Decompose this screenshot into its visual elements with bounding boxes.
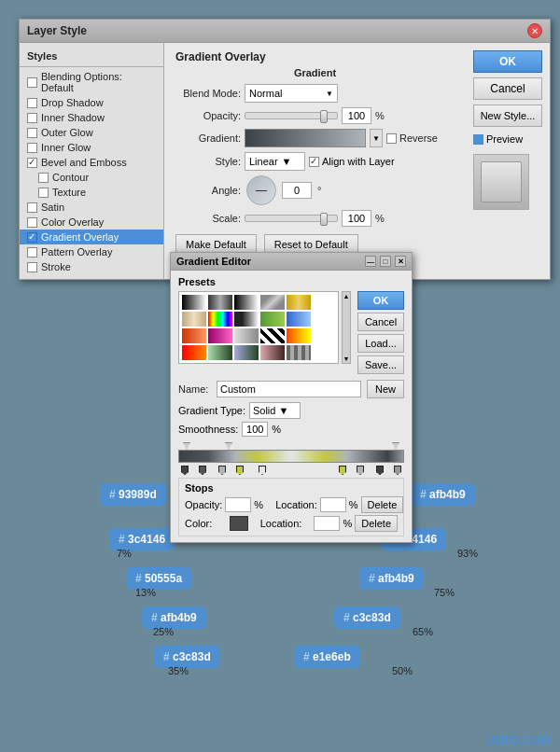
opacity-delete-button[interactable]: Delete [361,496,404,513]
location-input[interactable] [320,497,346,512]
close-button[interactable]: ✕ [527,23,542,38]
color-overlay-checkbox[interactable] [27,217,37,228]
ge-smooth-input[interactable] [242,422,268,437]
style-item-color-overlay[interactable]: Color Overlay [20,215,163,230]
preset-swatch[interactable] [208,328,232,343]
scroll-up-icon[interactable]: ▲ [343,293,350,299]
preset-swatch[interactable] [182,345,206,360]
color-stop-marker[interactable] [394,466,401,475]
ge-type-dropdown[interactable]: Solid ▼ [249,402,301,419]
color-stop-marker[interactable] [357,466,364,475]
contour-checkbox[interactable] [38,173,49,183]
scroll-down-icon[interactable]: ▼ [343,355,350,362]
color-stop-marker[interactable] [376,466,384,475]
blend-mode-dropdown[interactable]: Normal ▼ [245,84,338,103]
outer-glow-checkbox[interactable] [27,128,37,138]
align-with-layer-checkbox[interactable] [309,157,319,167]
color-bubble-afb4b9-75: # afb4b9 [359,567,424,590]
reverse-checkbox[interactable] [386,133,397,144]
style-item-gradient-overlay[interactable]: Gradient Overlay [20,230,163,244]
style-item-blending[interactable]: Blending Options: Default [20,69,163,95]
color-delete-button[interactable]: Delete [355,515,398,532]
opacity-stop-marker[interactable] [392,442,399,450]
drop-shadow-checkbox[interactable] [27,98,37,108]
preset-swatch[interactable] [260,295,285,310]
preset-swatch[interactable] [182,295,206,310]
preview-checkbox[interactable] [473,134,483,145]
angle-dial[interactable] [246,175,276,205]
blending-checkbox[interactable] [27,77,37,88]
preset-swatch[interactable] [182,328,206,343]
gradient-dropdown-btn[interactable]: ▼ [370,129,383,147]
opacity-stop-marker[interactable] [225,442,232,450]
scale-slider[interactable] [245,215,338,222]
scale-row: Scale: % [175,210,455,227]
color-location-input[interactable] [314,516,340,531]
cancel-button[interactable]: Cancel [473,77,542,100]
ge-presets-grid[interactable] [178,291,339,364]
style-item-inner-glow[interactable]: Inner Glow [20,140,163,155]
style-item-contour[interactable]: Contour [20,170,163,185]
preset-swatch[interactable] [208,312,232,327]
color-stop-marker[interactable] [181,466,189,475]
opacity-stop-input[interactable] [225,497,251,512]
satin-checkbox[interactable] [27,202,37,213]
preset-swatch[interactable] [234,312,259,327]
style-item-inner-shadow[interactable]: Inner Shadow [20,110,163,125]
style-item-texture[interactable]: Texture [20,185,163,200]
stroke-checkbox[interactable] [27,262,37,272]
color-stop-marker[interactable] [236,466,244,475]
ge-new-button[interactable]: New [367,380,404,398]
color-stop-marker[interactable] [199,466,206,475]
style-dropdown-arrow-icon: ▼ [282,156,292,167]
preset-swatch[interactable] [208,345,232,360]
preset-swatch[interactable] [287,312,311,327]
ge-minimize-icon[interactable]: — [365,256,376,267]
ge-presets-scrollbar[interactable]: ▲ ▼ [342,291,351,364]
preset-swatch[interactable] [287,295,311,310]
opacity-input[interactable] [342,107,371,124]
color-stop-marker[interactable] [339,466,346,475]
inner-shadow-checkbox[interactable] [27,113,37,123]
ge-load-button[interactable]: Load... [357,334,404,353]
style-item-pattern-overlay[interactable]: Pattern Overlay [20,244,163,259]
preset-swatch[interactable] [260,345,285,360]
ge-cancel-button[interactable]: Cancel [357,313,404,331]
bevel-checkbox[interactable] [27,158,37,168]
preset-swatch[interactable] [182,312,206,327]
preset-swatch[interactable] [287,345,311,360]
style-item-bevel[interactable]: Bevel and Emboss [20,155,163,170]
pattern-overlay-checkbox[interactable] [27,247,37,258]
ge-save-button[interactable]: Save... [357,355,404,374]
opacity-stop-marker[interactable] [183,442,190,450]
ge-gradient-bar[interactable] [178,450,404,463]
preset-swatch[interactable] [287,328,311,343]
ok-button[interactable]: OK [473,50,542,73]
preset-swatch[interactable] [260,312,285,327]
preset-swatch[interactable] [208,295,232,310]
preset-swatch[interactable] [234,345,259,360]
angle-input[interactable] [282,182,312,199]
style-item-outer-glow[interactable]: Outer Glow [20,125,163,140]
color-stop-marker[interactable] [259,466,266,475]
preset-swatch[interactable] [234,328,259,343]
style-dropdown[interactable]: Linear ▼ [245,152,305,171]
ge-name-input[interactable] [217,381,361,397]
opacity-slider[interactable] [245,112,338,119]
gradient-overlay-checkbox[interactable] [27,232,37,243]
preset-swatch[interactable] [234,295,259,310]
new-style-button[interactable]: New Style... [473,104,542,127]
preset-swatch[interactable] [260,328,285,343]
ge-maximize-icon[interactable]: □ [380,256,391,267]
inner-glow-checkbox[interactable] [27,143,37,153]
ge-close-icon[interactable]: ✕ [395,256,406,267]
color-stop-marker[interactable] [218,466,226,475]
style-item-satin[interactable]: Satin [20,200,163,215]
texture-checkbox[interactable] [38,188,49,198]
scale-input[interactable] [342,210,371,227]
style-item-drop-shadow[interactable]: Drop Shadow [20,95,163,110]
style-item-stroke[interactable]: Stroke [20,259,163,274]
ge-ok-button[interactable]: OK [357,291,404,310]
gradient-preview-bar[interactable] [245,129,366,147]
color-stop-swatch[interactable] [230,516,248,531]
